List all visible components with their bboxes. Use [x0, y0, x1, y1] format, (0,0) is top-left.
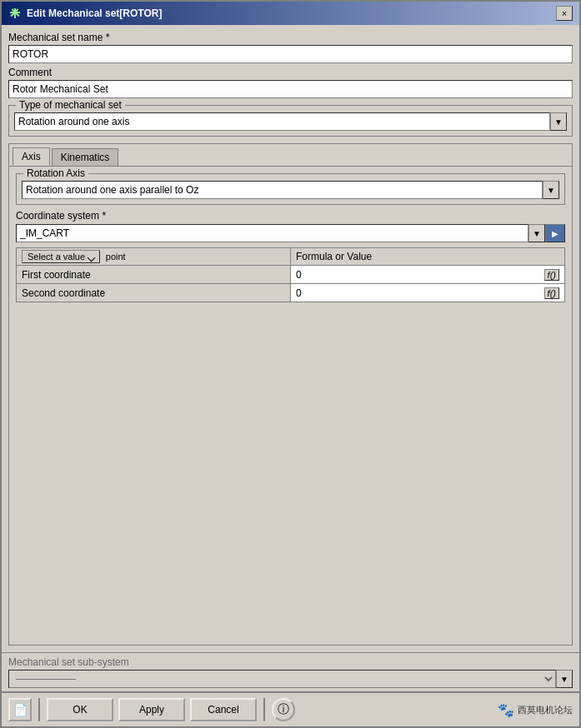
file-button[interactable]: 📄: [8, 698, 32, 721]
file-icon: 📄: [13, 703, 28, 716]
coord-dropdown-row: _IM_CART ▼ ▶: [16, 224, 565, 242]
type-dropdown-row: Rotation around one axis ▼: [14, 112, 567, 131]
tab-bar: Axis Kinematics: [9, 144, 572, 167]
watermark: 🐾 西莫电机论坛: [498, 702, 573, 718]
separator: [38, 698, 40, 721]
info-button[interactable]: ⓘ: [272, 698, 295, 721]
col2-header: Formula or Value: [291, 248, 565, 266]
table-row: First coordinate 0 f(): [17, 266, 565, 284]
second-coord-value: 0 f(): [291, 284, 565, 302]
apply-button[interactable]: Apply: [118, 698, 185, 721]
subsystem-dropdown-arrow[interactable]: ▼: [556, 670, 573, 688]
separator2: [263, 698, 265, 721]
comment-input[interactable]: [8, 80, 573, 98]
subsystem-row: —————— ▼: [8, 670, 573, 688]
first-coord-label: First coordinate: [17, 266, 291, 284]
coordinates-table: Select a value point Formula or Value Fi…: [16, 247, 565, 302]
coord-dropdown-arrow[interactable]: ▼: [528, 224, 545, 242]
comment-label: Comment: [8, 67, 573, 78]
name-input[interactable]: [8, 45, 573, 63]
button-bar: 📄 OK Apply Cancel ⓘ 🐾 西莫电机论坛: [2, 691, 579, 726]
comment-field-group: Comment: [8, 67, 573, 98]
dialog-window: Edit Mechanical set[ROTOR] × Mechanical …: [0, 0, 581, 728]
tab-axis[interactable]: Axis: [13, 147, 50, 166]
ok-button[interactable]: OK: [47, 698, 113, 721]
title-bar: Edit Mechanical set[ROTOR] ×: [2, 2, 579, 25]
first-coord-formula-btn[interactable]: f(): [544, 269, 559, 281]
coord-system-row: Coordinate system *: [16, 210, 565, 222]
type-group-label: Type of mechanical set: [16, 99, 125, 111]
cancel-button[interactable]: Cancel: [190, 698, 257, 721]
subsystem-dropdown[interactable]: ——————: [8, 670, 556, 688]
col1-header: Select a value point: [17, 248, 291, 266]
close-button[interactable]: ×: [556, 6, 573, 21]
second-coord-label: Second coordinate: [17, 284, 291, 302]
subsystem-label: Mechanical set sub-system: [8, 656, 573, 668]
title-text: Edit Mechanical set[ROTOR]: [27, 7, 162, 19]
type-dropdown[interactable]: Rotation around one axis: [14, 112, 550, 131]
rotation-axis-arrow[interactable]: ▼: [543, 181, 559, 199]
info-icon: ⓘ: [278, 702, 289, 717]
coord-navigate-button[interactable]: ▶: [545, 224, 565, 242]
app-icon: [8, 7, 22, 20]
second-coord-formula-btn[interactable]: f(): [544, 287, 559, 299]
select-value-button[interactable]: Select a value: [22, 250, 100, 263]
tabs-container: Axis Kinematics Rotation Axis Rotation a…: [8, 143, 573, 646]
rotation-axis-group-label: Rotation Axis: [23, 167, 88, 179]
coord-dropdown[interactable]: _IM_CART: [16, 224, 528, 242]
name-field-group: Mechanical set name *: [8, 32, 573, 63]
tab-kinematics[interactable]: Kinematics: [52, 148, 119, 166]
tab-content-axis: Rotation Axis Rotation around one axis p…: [9, 167, 572, 645]
first-coord-value: 0 f(): [291, 266, 565, 284]
subsystem-section: Mechanical set sub-system —————— ▼: [2, 652, 579, 691]
rotation-axis-dropdown[interactable]: Rotation around one axis parallel to Oz: [22, 181, 543, 199]
rotation-axis-dropdown-row: Rotation around one axis parallel to Oz …: [22, 181, 559, 199]
name-label: Mechanical set name *: [8, 32, 573, 43]
rotation-axis-group: Rotation Axis Rotation around one axis p…: [16, 173, 565, 205]
coord-label: Coordinate system *: [16, 210, 106, 222]
type-dropdown-arrow[interactable]: ▼: [550, 112, 567, 131]
dialog-body: Mechanical set name * Comment Type of me…: [2, 25, 579, 652]
type-group: Type of mechanical set Rotation around o…: [8, 105, 573, 137]
table-row: Second coordinate 0 f(): [17, 284, 565, 302]
